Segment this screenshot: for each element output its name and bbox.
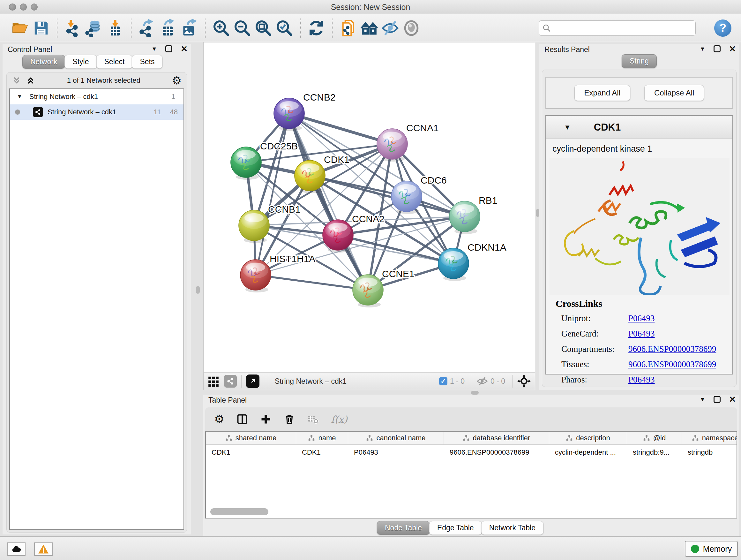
panel-close-icon[interactable]: ✕ (729, 396, 736, 403)
show-all-button[interactable] (401, 17, 422, 39)
memory-button[interactable]: Memory (685, 541, 738, 557)
panel-collapse-icon[interactable]: ▼ (699, 46, 705, 52)
show-columns-icon[interactable] (237, 414, 248, 425)
table-cell[interactable]: stringdb:9... (627, 445, 682, 460)
cdk1-card-header[interactable]: ▼ CDK1 (546, 116, 732, 139)
crosslink-link[interactable]: P06493 (628, 375, 655, 385)
expand-all-networks-icon[interactable] (12, 76, 21, 85)
network-view-canvas[interactable]: CCNB2CCNA1CDC25BCDK1CDC6RB1CCNB1CCNA2CDK… (203, 42, 535, 372)
table-cell[interactable]: 9606.ENSP00000378699 (444, 445, 549, 460)
table-cell[interactable]: stringdb (682, 445, 737, 460)
open-session-button[interactable] (10, 17, 30, 39)
grid-view-icon[interactable] (207, 375, 219, 387)
add-column-icon[interactable] (260, 414, 272, 425)
tab-select[interactable]: Select (96, 55, 133, 69)
table-cell[interactable]: P06493 (348, 445, 444, 460)
hide-selected-button[interactable] (380, 17, 401, 39)
refresh-button[interactable] (306, 17, 327, 39)
column-header-database-identifier[interactable]: database identifier (444, 432, 549, 444)
save-session-button[interactable] (30, 17, 52, 39)
panel-close-icon[interactable]: ✕ (181, 45, 188, 52)
crosslink-link[interactable]: 9606.ENSP00000378699 (628, 344, 716, 354)
network-options-gear-icon[interactable]: ⚙ (172, 75, 182, 86)
crosslink-link[interactable]: P06493 (628, 314, 655, 323)
cloud-status-button[interactable] (7, 543, 25, 556)
fit-content-crosshair-icon[interactable] (517, 374, 531, 388)
zoom-fit-button[interactable] (253, 17, 274, 39)
collapse-all-networks-icon[interactable] (26, 76, 36, 85)
toolbar-search-field[interactable] (539, 20, 696, 36)
network-share-badge-icon[interactable] (224, 375, 237, 388)
export-network-button[interactable] (137, 17, 158, 39)
node-CCNE1[interactable] (353, 274, 383, 307)
edge-ccnb2-hist1h1a[interactable] (256, 113, 289, 275)
left-splitter-handle[interactable] (196, 286, 200, 294)
table-hscrollbar-thumb[interactable] (210, 508, 268, 515)
tab-sets[interactable]: Sets (132, 55, 162, 69)
section-expander-icon[interactable]: ▼ (564, 123, 571, 132)
tab-network-table[interactable]: Network Table (481, 521, 543, 535)
warnings-button[interactable] (34, 543, 53, 556)
collapse-all-button[interactable]: Collapse All (644, 85, 704, 101)
column-header-name[interactable]: name (296, 432, 348, 444)
delete-column-trash-icon[interactable] (284, 414, 295, 425)
string-network-graph[interactable]: CCNB2CCNA1CDC25BCDK1CDC6RB1CCNB1CCNA2CDK… (204, 43, 536, 373)
column-header-shared-name[interactable]: shared name (206, 432, 296, 444)
collection-expander-icon[interactable]: ▼ (17, 94, 22, 100)
table-cell[interactable]: CDK1 (206, 445, 296, 460)
tab-network[interactable]: Network (22, 55, 65, 69)
table-cell[interactable]: cyclin-dependent ... (549, 445, 627, 460)
import-network-button[interactable] (63, 17, 84, 39)
node-CCNA1[interactable] (377, 129, 408, 162)
import-table-button[interactable] (105, 17, 126, 39)
node-table[interactable]: shared namenamecanonical namedatabase id… (205, 431, 737, 518)
panel-collapse-icon[interactable]: ▼ (151, 46, 157, 52)
expand-all-button[interactable]: Expand All (575, 85, 630, 101)
bottom-splitter-handle[interactable] (471, 391, 479, 395)
zoom-in-button[interactable] (211, 17, 232, 39)
node-RB1[interactable] (449, 201, 480, 234)
panel-collapse-icon[interactable]: ▼ (699, 396, 705, 403)
tab-style[interactable]: Style (64, 55, 97, 69)
node-CCNB1[interactable] (239, 210, 269, 243)
tab-string[interactable]: String (622, 54, 657, 68)
hidden-eye-slash-icon (476, 375, 488, 387)
node-HIST1H1A[interactable] (240, 260, 271, 293)
panel-float-icon[interactable] (714, 396, 721, 403)
zoom-out-button[interactable] (232, 17, 253, 39)
table-cell[interactable]: CDK1 (296, 445, 348, 460)
network-row[interactable]: String Network – cdk1 11 48 (10, 105, 184, 120)
export-image-button[interactable] (179, 17, 200, 39)
panel-float-icon[interactable] (165, 45, 172, 52)
import-database-button[interactable] (84, 17, 105, 39)
export-table-button[interactable] (158, 17, 179, 39)
node-CDC6[interactable] (391, 181, 422, 214)
node-CDC25B[interactable] (231, 147, 261, 180)
tab-node-table[interactable]: Node Table (377, 521, 430, 535)
panel-float-icon[interactable] (714, 45, 721, 52)
help-button[interactable]: ? (714, 19, 731, 37)
column-header-description[interactable]: description (549, 432, 627, 444)
column-header--id[interactable]: @id (627, 432, 682, 444)
crosslink-link[interactable]: 9606.ENSP00000378699 (628, 360, 716, 369)
edge-ccnb2-ccna1[interactable] (289, 113, 392, 144)
node-CDK1[interactable] (294, 160, 325, 193)
panel-close-icon[interactable]: ✕ (729, 45, 736, 52)
houses-icon (360, 19, 378, 37)
crosslink-link[interactable]: P06493 (628, 329, 655, 339)
first-neighbors-button[interactable] (359, 17, 380, 39)
zoom-selected-button[interactable] (274, 17, 295, 39)
clone-network-button[interactable] (338, 17, 359, 39)
open-in-window-icon[interactable] (246, 374, 259, 388)
edge-hist1h1a-ccne1[interactable] (256, 275, 368, 290)
search-input[interactable] (551, 24, 692, 32)
column-header-canonical-name[interactable]: canonical name (348, 432, 444, 444)
node-label-CCNE1: CCNE1 (382, 268, 414, 279)
selected-checkbox-icon[interactable]: ✓ (439, 377, 448, 385)
column-header-namespace[interactable]: namespace (682, 432, 737, 444)
network-collection-row[interactable]: ▼ String Network – cdk1 1 (10, 89, 184, 105)
table-row[interactable]: CDK1CDK1P064939606.ENSP00000378699cyclin… (206, 445, 737, 460)
tab-edge-table[interactable]: Edge Table (429, 521, 482, 535)
node-CDKN1A[interactable] (438, 248, 469, 281)
table-options-gear-icon[interactable]: ⚙ (214, 413, 224, 426)
